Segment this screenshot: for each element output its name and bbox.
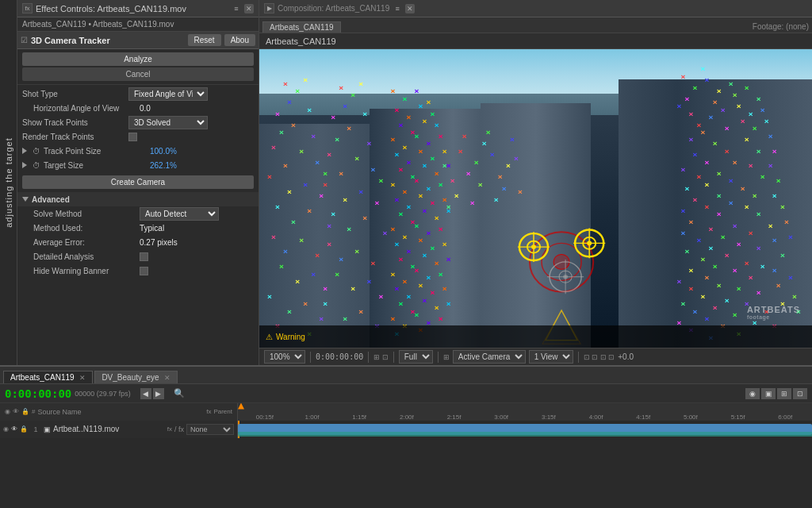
comp-close-icon[interactable]: ✕ <box>405 4 415 13</box>
layer-lock-icon[interactable]: 🔒 <box>21 408 29 415</box>
layer-parent-header: Parent <box>213 408 232 415</box>
transport-play-btn[interactable]: ▶ <box>153 388 164 399</box>
track-point-size-icon: ⏱ <box>33 147 40 156</box>
solve-method-label: Solve Method <box>33 210 136 218</box>
effect-path-text: Artbeats_CAN119 • Artbeats_CAN119.mov <box>22 20 174 29</box>
hide-warning-checkbox[interactable] <box>140 267 148 275</box>
effect-path: Artbeats_CAN119 • Artbeats_CAN119.mov <box>17 17 259 32</box>
comp-toolbar: 100% 0:00:00:00 ⊞ ⊡ Full ⊞ Active Camera… <box>259 348 812 365</box>
panel-close-icon[interactable]: ✕ <box>244 4 254 13</box>
target-size-row: ⏱ Target Size 262.1% <box>17 158 259 172</box>
view-dropdown[interactable]: Active Camera <box>453 350 526 364</box>
timeline-tabs: Artbeats_CAN119 ✕ DV_Beauty_eye ✕ <box>0 367 812 384</box>
quality-dropdown[interactable]: Full <box>399 350 433 364</box>
timeline-tab-2-label: DV_Beauty_eye <box>102 373 159 382</box>
ruler-marks: 00:15f 1:00f 1:15f 2:00f 2:15f 3:00f 3:1… <box>238 403 812 421</box>
effect-toggle-icon[interactable]: ☑ <box>21 36 28 44</box>
comp-btn[interactable]: ▣ <box>761 388 776 399</box>
fps-label: 00000 (29.97 fps) <box>75 390 131 398</box>
zoom-control: 100% <box>264 350 305 364</box>
analyze-button[interactable]: Analyze <box>22 52 254 66</box>
comp-menu-icon[interactable]: ≡ <box>393 4 402 13</box>
target-size-icon: ⏱ <box>33 161 40 170</box>
layer-1-lock[interactable]: 🔒 <box>20 425 28 433</box>
show-track-points-label: Show Track Points <box>22 118 125 127</box>
layer-1-vis[interactable]: 👁 <box>11 425 17 433</box>
target-size-value[interactable]: 262.1% <box>150 161 177 170</box>
ruler-mark-9: 5:00f <box>667 414 714 421</box>
effect-controls-header: fx Effect Controls: Artbeats_CAN119.mov … <box>17 0 259 17</box>
cancel-button[interactable]: Cancel <box>22 67 254 81</box>
timeline-right-tools: ◉ ▣ ⊞ ⊡ <box>745 388 807 399</box>
source-name-header: Source Name <box>37 408 204 416</box>
comp-name-bar: Artbeats_CAN119 <box>259 33 812 49</box>
comp-tab-name: Artbeats_CAN119 <box>270 23 334 32</box>
timeline-controls: 0:00:00:00 00000 (29.97 fps) ◀ ▶ 🔍 ◉ ▣ ⊞… <box>0 384 812 403</box>
warning-text: Warning <box>276 333 305 341</box>
timeline-area: Artbeats_CAN119 ✕ DV_Beauty_eye ✕ 0:00:0… <box>0 365 812 508</box>
render-btn[interactable]: ◉ <box>745 388 760 399</box>
layer-1-switch[interactable]: / fx <box>174 425 184 433</box>
toolbar-sep-4 <box>438 352 439 363</box>
toolbar-sep-1 <box>310 352 311 363</box>
create-camera-button[interactable]: Create Camera <box>22 175 254 189</box>
render-track-checkbox[interactable] <box>128 133 137 141</box>
motion-btn[interactable]: ⊡ <box>793 388 807 399</box>
ruler-mark-8: 4:15f <box>619 414 667 421</box>
horiz-fov-label: Horizontal Angle of View <box>33 104 136 113</box>
solve-method-row: Solve Method Auto Detect <box>17 206 259 221</box>
timeline-timecode: 0:00:00:00 <box>5 387 71 400</box>
horiz-fov-row: Horizontal Angle of View 0.0 <box>17 101 259 115</box>
composition-viewport[interactable]: × × × × × × × × × × × × × × × × × <box>259 49 812 348</box>
effect-header-row: ☑ 3D Camera Tracker Reset Abou <box>17 32 259 49</box>
comp-tab-main[interactable]: Artbeats_CAN119 <box>262 21 341 33</box>
layer-1-parent-dropdown[interactable]: None <box>186 424 234 435</box>
timeline-tab-2-close[interactable]: ✕ <box>164 374 170 382</box>
watermark-subtitle: footage <box>747 314 800 320</box>
layer-1-timeline[interactable] <box>238 421 812 438</box>
show-track-points-row: Show Track Points 3D Solved <box>17 115 259 129</box>
city-scene <box>259 49 812 348</box>
building-center <box>481 103 591 348</box>
shot-type-row: Shot Type Fixed Angle of Vi <box>17 87 259 101</box>
ruler-mark-3: 2:00f <box>383 414 431 421</box>
zoom-dropdown[interactable]: 100% <box>264 350 305 364</box>
detailed-analysis-row: Detailed Analysis <box>17 249 259 264</box>
timeline-tab-2[interactable]: DV_Beauty_eye ✕ <box>94 371 178 383</box>
ruler-mark-11: 6:00f <box>761 414 809 421</box>
show-track-points-dropdown[interactable]: 3D Solved <box>128 116 208 129</box>
camera-btn[interactable]: ⊞ <box>777 388 791 399</box>
layer-num-header: # <box>32 408 35 415</box>
effect-name: 3D Camera Tracker <box>31 36 185 45</box>
timeline-ruler: 00:15f 1:00f 1:15f 2:00f 2:15f 3:00f 3:1… <box>238 403 812 421</box>
layer-1-props: ◉ 👁 🔒 1 ▣ Artbeat..N119.mov fx / fx None <box>0 421 238 438</box>
panel-menu-icon[interactable]: ≡ <box>232 4 241 13</box>
comp-icon: ▶ <box>264 3 274 13</box>
target-size-collapse-icon[interactable] <box>22 162 27 168</box>
toolbar-sep-3 <box>393 352 394 363</box>
composition-panel: ▶ Composition: Artbeats_CAN119 ≡ ✕ Artbe… <box>259 0 812 365</box>
ruler-mark-1: 1:00f <box>289 414 336 421</box>
track-point-size-collapse-icon[interactable] <box>22 148 27 154</box>
layer-1-num: 1 <box>30 425 41 433</box>
advanced-section-header[interactable]: Advanced <box>17 192 259 206</box>
timeline-tab-1-close[interactable]: ✕ <box>79 374 86 382</box>
view-count-dropdown[interactable]: 1 View <box>529 350 573 364</box>
layer-1-solo[interactable]: ◉ <box>3 425 9 433</box>
search-icon[interactable]: 🔍 <box>174 388 185 398</box>
ruler-mark-2: 1:15f <box>335 414 383 421</box>
transport-prev-btn[interactable]: ◀ <box>140 388 151 399</box>
layer-solo-icon[interactable]: ◉ <box>5 408 10 415</box>
layer-vis-icon[interactable]: 👁 <box>13 408 19 415</box>
advanced-collapse-icon[interactable] <box>22 197 29 202</box>
about-button[interactable]: Abou <box>224 34 255 46</box>
solve-method-dropdown[interactable]: Auto Detect <box>140 207 219 221</box>
reset-button[interactable]: Reset <box>188 34 221 46</box>
ruler-mark-7: 4:00f <box>573 414 620 421</box>
shot-type-dropdown[interactable]: Fixed Angle of Vi <box>128 87 208 101</box>
target-size-label: Target Size <box>44 161 147 170</box>
toolbar-sep-2 <box>368 352 369 363</box>
detailed-analysis-checkbox[interactable] <box>140 252 148 261</box>
track-point-size-value[interactable]: 100.0% <box>150 147 177 156</box>
timeline-tab-1[interactable]: Artbeats_CAN119 ✕ <box>3 371 93 383</box>
